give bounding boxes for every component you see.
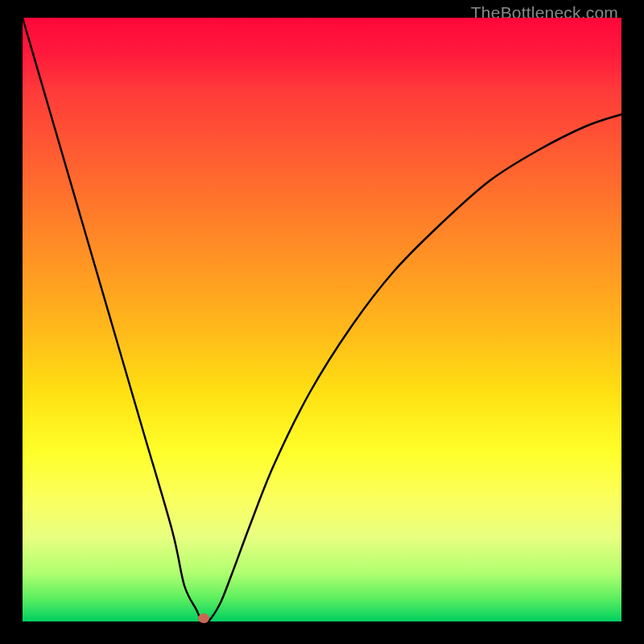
bottleneck-curve: [23, 18, 621, 621]
chart-container: TheBottleneck.com: [0, 0, 644, 644]
minimum-marker: [198, 613, 209, 623]
plot-area: [23, 18, 621, 621]
